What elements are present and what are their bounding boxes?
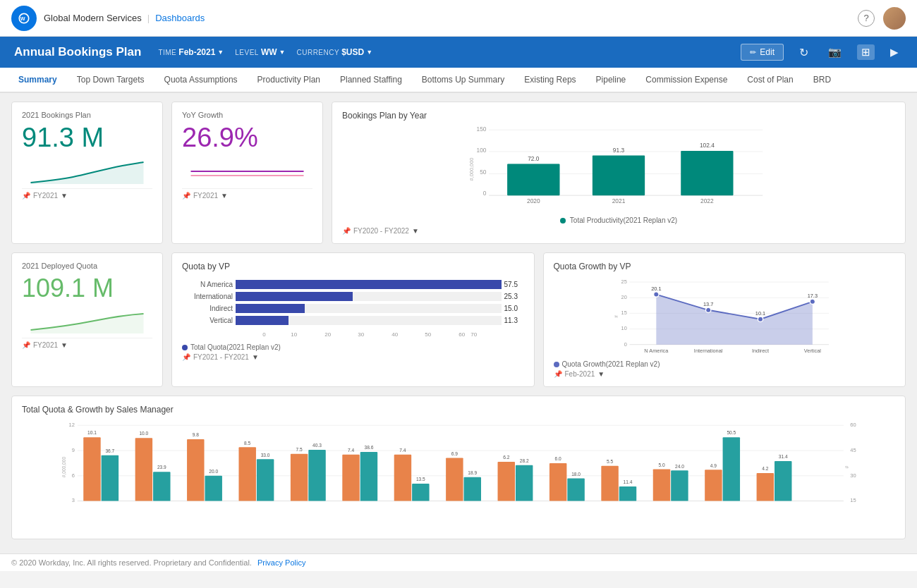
pin-icon-5: 📌 [182,353,190,361]
svg-text:23.9: 23.9 [157,465,166,470]
privacy-policy-link[interactable]: Privacy Policy [257,558,305,567]
bookings-by-year-card: Bookings Plan by Year 150 100 50 0 #,000… [332,102,906,244]
main-content: 2021 Bookings Plan 91.3 M 📌 FY2021 ▼ YoY… [0,93,917,553]
svg-text:38.6: 38.6 [365,445,374,450]
hbar-track-4 [236,316,502,325]
svg-text:10: 10 [621,325,626,331]
tab-top-down[interactable]: Top Down Targets [67,68,154,93]
hbar-val-3: 15.0 [504,305,524,312]
bookings-footer-value: FY2021 [33,192,58,200]
svg-rect-15 [593,156,645,196]
svg-rect-108 [601,466,618,501]
svg-text:8.5: 8.5 [244,441,250,446]
hbar-val-1: 57.5 [504,281,524,288]
camera-icon[interactable]: 📷 [824,44,846,60]
svg-text:15: 15 [850,497,856,503]
footer-arrow-icon[interactable]: ▼ [61,192,68,200]
svg-text:5.5: 5.5 [607,459,613,464]
svg-text:60: 60 [458,331,465,338]
svg-text:72.0: 72.0 [528,155,540,162]
hbar-fill-3 [236,304,305,313]
yoy-sparkline-svg [182,156,312,184]
svg-text:7.4: 7.4 [348,448,354,453]
video-icon[interactable]: ▶ [886,44,903,60]
svg-rect-120 [757,473,774,501]
quota-growth-chart-svg: 25 20 15 10 0 # [554,274,896,359]
bookings-by-year-chart: 150 100 50 0 #,000,000 72.0 [342,123,895,215]
svg-text:0: 0 [624,341,626,348]
pin-icon-6: 📌 [554,370,562,378]
bookings-sparkline [22,156,152,185]
tab-brd[interactable]: BRD [803,68,841,93]
edit-button[interactable]: ✏ Edit [741,44,784,61]
svg-text:40: 40 [391,331,398,338]
tab-productivity[interactable]: Productivity Plan [248,68,330,93]
edit-label: Edit [760,47,775,57]
svg-text:50.5: 50.5 [727,430,736,435]
svg-text:9.8: 9.8 [193,432,199,437]
tab-pipeline[interactable]: Pipeline [586,68,636,93]
svg-text:91.3: 91.3 [613,147,625,154]
user-avatar[interactable] [883,7,906,30]
svg-text:10.1: 10.1 [87,430,97,435]
yoy-sparkline [182,156,312,185]
hbar-fill-2 [236,292,353,301]
svg-text:45: 45 [850,447,856,453]
legend-label-2: Total Quota(2021 Replan v2) [190,343,281,351]
svg-rect-13 [507,164,559,196]
quota-growth-arrow[interactable]: ▼ [597,370,605,378]
time-filter[interactable]: TIME Feb-2021 ▼ [158,47,224,57]
tab-existing[interactable]: Existing Reps [514,68,585,93]
hbar-label-3: Indirect [182,305,233,312]
quota-growth-title: Quota Growth by VP [554,262,896,271]
level-arrow-icon: ▼ [279,49,286,56]
svg-rect-73 [153,472,170,501]
svg-text:6: 6 [72,472,75,479]
yoy-footer-arrow[interactable]: ▼ [221,192,228,200]
quota-by-vp-title: Quota by VP [182,262,524,271]
hbar-track-1 [236,280,502,289]
svg-text:#: # [844,466,849,469]
currency-filter[interactable]: CURRENCY $USD ▼ [296,47,372,57]
by-year-footer-val: FY2020 - FY2022 [353,227,409,235]
quota-vp-arrow[interactable]: ▼ [252,353,259,361]
tab-summary[interactable]: Summary [8,68,67,93]
tab-quota[interactable]: Quota Assumptions [154,68,248,93]
bookings-sparkline-svg [22,156,152,184]
svg-text:2022: 2022 [700,197,714,204]
svg-text:17.3: 17.3 [807,293,817,299]
svg-rect-68 [83,437,100,501]
svg-rect-84 [291,454,308,501]
tab-planned[interactable]: Planned Staffing [330,68,412,93]
page-footer: © 2020 Workday, Inc. All rights reserved… [0,553,917,571]
workday-logo[interactable]: w [11,6,37,31]
hbar-track-3 [236,304,502,313]
tab-commission[interactable]: Commission Expense [636,68,737,93]
svg-text:13.5: 13.5 [416,477,425,482]
bookings-footer: 📌 FY2021 ▼ [22,188,152,200]
svg-text:150: 150 [477,125,487,133]
svg-text:2020: 2020 [527,197,540,204]
deployed-footer-arrow[interactable]: ▼ [61,341,68,349]
level-filter[interactable]: LEVEL WW ▼ [235,47,285,57]
grid-view-icon[interactable]: ⊞ [857,44,875,60]
refresh-icon[interactable]: ↻ [795,44,813,61]
svg-text:w: w [20,15,25,22]
deployed-quota-card: 2021 Deployed Quota 109.1 M 📌 FY2021 ▼ [11,252,163,387]
svg-rect-76 [187,439,204,501]
tab-bottoms-up[interactable]: Bottoms Up Summary [412,68,514,93]
by-year-arrow[interactable]: ▼ [412,227,419,235]
bookings-by-year-footer: 📌 FY2020 - FY2022 ▼ [342,227,895,235]
svg-text:24.0: 24.0 [675,464,684,469]
svg-rect-96 [446,458,463,501]
svg-text:#,000,000: #,000,000 [61,457,66,478]
svg-rect-97 [464,477,481,501]
svg-rect-113 [671,470,688,501]
time-value: Feb-2021 [178,47,215,57]
svg-text:25: 25 [621,278,626,285]
dashboards-link[interactable]: Dashboards [155,13,205,23]
tab-cost[interactable]: Cost of Plan [737,68,803,93]
help-icon[interactable]: ? [858,10,875,27]
hbar-label-1: N America [182,281,233,288]
svg-rect-81 [257,459,274,501]
